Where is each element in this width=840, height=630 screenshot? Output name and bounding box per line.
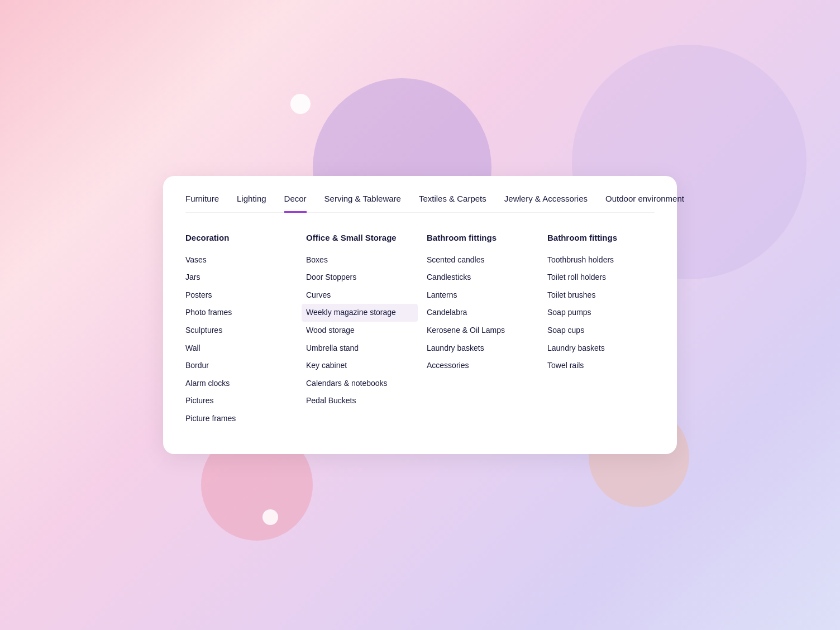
content-grid: Decoration Vases Jars Posters Photo fram… xyxy=(185,233,655,428)
list-item[interactable]: Alarm clocks xyxy=(185,375,293,393)
list-item[interactable]: Laundry baskets xyxy=(427,340,534,357)
list-item[interactable]: Toothbrush holders xyxy=(547,251,655,269)
list-item[interactable]: Pedal Buckets xyxy=(306,392,413,410)
col-office-storage: Office & Small Storage Boxes Door Stoppe… xyxy=(306,233,413,428)
list-item[interactable]: Towel rails xyxy=(547,357,655,375)
nav-tabs: Furniture Lighting Decor Serving & Table… xyxy=(185,194,655,213)
list-item[interactable]: Calendars & notebooks xyxy=(306,375,413,393)
tab-serving-tableware[interactable]: Serving & Tableware xyxy=(324,194,401,213)
col-bathroom-fittings-2-title: Bathroom fittings xyxy=(547,233,655,242)
list-item-highlighted[interactable]: Weekly magazine storage xyxy=(302,304,418,322)
tab-outdoor-environment[interactable]: Outdoor environment xyxy=(605,194,684,213)
bg-circle-white-top xyxy=(290,94,311,114)
list-item[interactable]: Kerosene & Oil Lamps xyxy=(427,322,534,340)
list-item[interactable]: Umbrella stand xyxy=(306,340,413,357)
list-item[interactable]: Photo frames xyxy=(185,304,293,322)
col-decoration: Decoration Vases Jars Posters Photo fram… xyxy=(185,233,293,428)
col-office-storage-title: Office & Small Storage xyxy=(306,233,413,242)
col-decoration-title: Decoration xyxy=(185,233,293,242)
list-item[interactable]: Jars xyxy=(185,269,293,287)
list-item[interactable]: Key cabinet xyxy=(306,357,413,375)
list-item[interactable]: Picture frames xyxy=(185,410,293,428)
tab-jewlery-accessories[interactable]: Jewlery & Accessories xyxy=(504,194,588,213)
list-item[interactable]: Lanterns xyxy=(427,287,534,304)
list-item[interactable]: Wood storage xyxy=(306,322,413,340)
list-item[interactable]: Candelabra xyxy=(427,304,534,322)
list-item[interactable]: Accessories xyxy=(427,357,534,375)
list-item[interactable]: Bordur xyxy=(185,357,293,375)
list-item[interactable]: Soap pumps xyxy=(547,304,655,322)
list-item[interactable]: Door Stoppers xyxy=(306,269,413,287)
col-bathroom-fittings-2: Bathroom fittings Toothbrush holders Toi… xyxy=(547,233,655,428)
list-item[interactable]: Boxes xyxy=(306,251,413,269)
list-item[interactable]: Toilet brushes xyxy=(547,287,655,304)
list-item[interactable]: Pictures xyxy=(185,392,293,410)
tab-textiles-carpets[interactable]: Textiles & Carpets xyxy=(419,194,486,213)
main-card: Furniture Lighting Decor Serving & Table… xyxy=(163,176,677,455)
col-bathroom-fittings-1: Bathroom fittings Scented candles Candle… xyxy=(427,233,534,428)
list-item[interactable]: Vases xyxy=(185,251,293,269)
list-item[interactable]: Candlesticks xyxy=(427,269,534,287)
list-item[interactable]: Laundry baskets xyxy=(547,340,655,357)
tab-lighting[interactable]: Lighting xyxy=(237,194,266,213)
list-item[interactable]: Sculptures xyxy=(185,322,293,340)
list-item[interactable]: Posters xyxy=(185,287,293,304)
tab-furniture[interactable]: Furniture xyxy=(185,194,219,213)
list-item[interactable]: Soap cups xyxy=(547,322,655,340)
list-item[interactable]: Curves xyxy=(306,287,413,304)
list-item[interactable]: Wall xyxy=(185,340,293,357)
col-bathroom-fittings-1-title: Bathroom fittings xyxy=(427,233,534,242)
list-item[interactable]: Scented candles xyxy=(427,251,534,269)
tab-decor[interactable]: Decor xyxy=(284,194,307,213)
list-item[interactable]: Toilet roll holders xyxy=(547,269,655,287)
bg-circle-white-bottom xyxy=(262,509,278,525)
